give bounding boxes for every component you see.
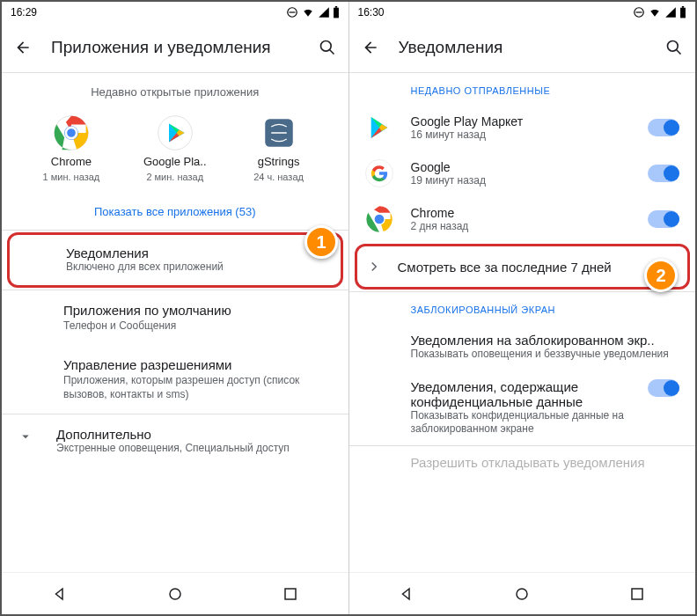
notif-name: Chrome <box>411 206 631 220</box>
page-title: Приложения и уведомления <box>51 38 299 57</box>
nav-recents[interactable] <box>627 583 648 605</box>
search-button[interactable] <box>317 37 338 58</box>
svg-point-19 <box>668 41 679 52</box>
item-title: Дополнительно <box>56 427 290 442</box>
notif-name: Google Play Маркет <box>411 114 631 128</box>
signal-icon <box>318 6 330 18</box>
google-icon <box>365 159 393 187</box>
show-all-apps[interactable]: Показать все приложения (53) <box>2 193 348 230</box>
item-subtitle: Экстренные оповещения, Специальный досту… <box>56 442 290 456</box>
search-button[interactable] <box>664 37 685 58</box>
callout-badge-1: 1 <box>304 225 338 259</box>
app-name: Chrome <box>51 155 92 168</box>
app-item-chrome[interactable]: Chrome 1 мин. назад <box>32 114 111 182</box>
allow-snooze-item[interactable]: Разрешить откладывать уведомления <box>349 446 696 479</box>
svg-rect-18 <box>682 6 684 8</box>
callout-badge-2: 2 <box>644 259 678 292</box>
item-title: Уведомления <box>66 246 328 260</box>
item-subtitle: Включено для всех приложений <box>66 260 328 275</box>
notif-time: 19 минут назад <box>411 174 631 187</box>
toggle-switch[interactable] <box>648 165 679 182</box>
nav-home[interactable] <box>165 583 186 605</box>
header: Уведомления <box>349 23 696 72</box>
left-phone-screen: 16:29 Приложения и уведомления Недавно о… <box>2 2 349 614</box>
play-icon <box>157 114 194 151</box>
lock-section-label: ЗАБЛОКИРОВАННЫЙ ЭКРАН <box>349 292 696 324</box>
notif-name: Google <box>411 160 631 174</box>
svg-point-10 <box>66 128 77 138</box>
svg-line-5 <box>329 50 334 55</box>
item-title: Управление разрешениями <box>63 357 231 372</box>
default-apps-item[interactable]: Приложения по умолчанию Телефон и Сообще… <box>2 290 348 346</box>
nav-recents[interactable] <box>280 583 301 605</box>
svg-point-4 <box>320 41 331 52</box>
item-title: Разрешить откладывать уведомления <box>411 455 680 470</box>
svg-rect-2 <box>334 8 339 18</box>
status-bar: 16:29 <box>2 2 348 23</box>
app-time: 24 ч. назад <box>253 172 304 182</box>
recent-apps-row: Chrome 1 мин. назад Google Pla.. 2 мин. … <box>2 107 348 193</box>
svg-line-20 <box>677 50 681 55</box>
svg-point-23 <box>374 215 384 224</box>
chrome-icon <box>365 205 393 233</box>
nav-home[interactable] <box>511 583 532 605</box>
notif-time: 16 минут назад <box>411 128 631 141</box>
svg-point-24 <box>517 589 527 599</box>
header: Приложения и уведомления <box>2 23 348 72</box>
wifi-icon <box>648 6 662 18</box>
status-time: 16:30 <box>358 6 385 18</box>
item-subtitle: Телефон и Сообщения <box>63 319 176 334</box>
recent-apps-label: Недавно открытые приложения <box>2 73 348 107</box>
see-all-item-highlighted[interactable]: Смотреть все за последние 7 дней <box>355 244 691 290</box>
right-phone-screen: 16:30 Уведомления НЕДАВНО ОТПРАВЛЕННЫЕ <box>349 2 696 614</box>
app-name: Google Pla.. <box>143 155 207 168</box>
status-bar: 16:30 <box>349 2 696 23</box>
item-subtitle: Показывать конфиденциальные данные на за… <box>411 409 640 436</box>
back-button[interactable] <box>12 37 33 58</box>
app-name: gStrings <box>258 155 300 168</box>
app-item-gstrings[interactable]: gStrings 24 ч. назад <box>239 114 319 182</box>
status-time: 16:29 <box>11 6 37 18</box>
lock-notifications-item[interactable]: Уведомления на заблокированном экр.. Пок… <box>349 324 696 370</box>
nav-bar <box>2 572 348 614</box>
notif-time: 2 дня назад <box>411 220 631 232</box>
divider <box>2 230 348 231</box>
page-title: Уведомления <box>399 38 647 57</box>
item-title: Смотреть все за последние 7 дней <box>398 260 612 275</box>
toggle-switch[interactable] <box>648 379 679 397</box>
chrome-icon <box>53 114 90 151</box>
notif-item-google[interactable]: Google 19 минут назад <box>349 150 696 196</box>
nav-back[interactable] <box>49 583 70 605</box>
battery-icon <box>679 6 686 18</box>
status-icons <box>633 6 686 18</box>
notif-item-chrome[interactable]: Chrome 2 дня назад <box>349 196 696 242</box>
app-time: 2 мин. назад <box>146 172 203 182</box>
advanced-item[interactable]: Дополнительно Экстренные оповещения, Спе… <box>2 414 348 468</box>
toggle-switch[interactable] <box>648 210 679 228</box>
dnd-icon <box>633 6 645 18</box>
item-title: Уведомления на заблокированном экр.. <box>411 333 680 348</box>
back-button[interactable] <box>360 37 381 58</box>
toggle-switch[interactable] <box>648 119 679 136</box>
item-subtitle: Приложения, которым разрешен доступ (спи… <box>63 374 333 401</box>
signal-icon <box>664 6 677 18</box>
confidential-notifications-item[interactable]: Уведомления, содержащие конфиденциальные… <box>349 370 696 445</box>
svg-rect-25 <box>632 589 642 599</box>
item-title: Приложения по умолчанию <box>63 303 231 318</box>
app-time: 1 мин. назад <box>43 172 100 182</box>
nav-back[interactable] <box>396 583 417 605</box>
item-title: Уведомления, содержащие конфиденциальные… <box>411 379 640 409</box>
battery-icon <box>333 6 340 18</box>
wifi-icon <box>301 6 315 18</box>
recent-sent-label: НЕДАВНО ОТПРАВЛЕННЫЕ <box>349 73 696 105</box>
permissions-item[interactable]: Управление разрешениями Приложения, кото… <box>2 345 348 414</box>
gstrings-icon <box>260 114 297 151</box>
notifications-item-highlighted[interactable]: Уведомления Включено для всех приложений <box>7 232 343 288</box>
status-icons <box>286 6 340 18</box>
svg-rect-17 <box>680 8 686 18</box>
app-item-googleplay[interactable]: Google Pla.. 2 мин. назад <box>136 114 215 182</box>
chevron-right-icon <box>366 259 382 275</box>
notif-item-playmarket[interactable]: Google Play Маркет 16 минут назад <box>349 105 696 150</box>
nav-bar <box>349 572 696 614</box>
dnd-icon <box>286 6 298 18</box>
